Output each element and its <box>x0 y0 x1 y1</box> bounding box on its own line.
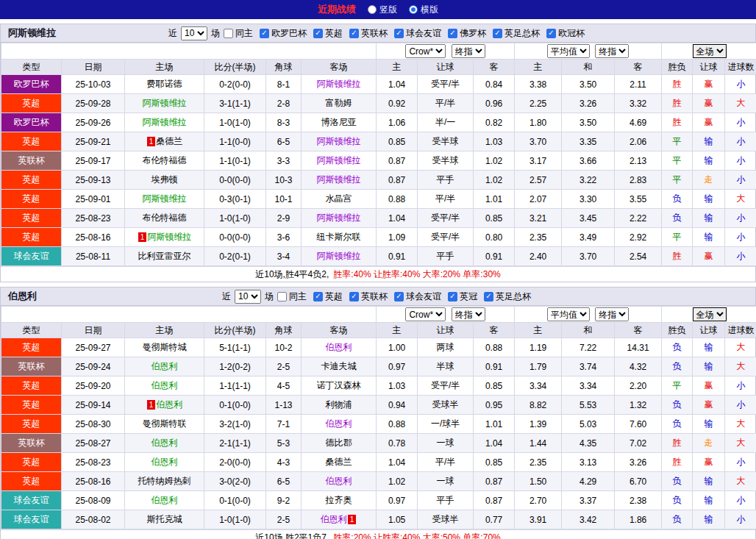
view-option-vertical[interactable]: 竖版 <box>368 4 397 16</box>
bookmaker-select[interactable]: Crow* <box>405 307 446 321</box>
team-name-link[interactable]: 布伦特福德 <box>143 155 187 165</box>
checkbox-checked-icon[interactable] <box>448 292 457 301</box>
team-name-link[interactable]: 曼彻斯特联 <box>143 418 187 429</box>
team-name-link[interactable]: 阿斯顿维拉 <box>317 136 361 146</box>
competition-checkbox[interactable]: 英足总杯 <box>493 27 540 40</box>
score-cell[interactable]: 0-2(0-0) <box>204 75 266 94</box>
team-name-link[interactable]: 布伦特福德 <box>143 213 187 223</box>
checkbox-checked-icon[interactable] <box>260 29 269 38</box>
match-count-select[interactable]: 10 <box>181 26 207 40</box>
team-name-link[interactable]: 诺丁汉森林 <box>317 380 361 390</box>
competition-checkbox[interactable]: 佛罗杯 <box>448 27 486 40</box>
checkbox-checked-icon[interactable] <box>313 29 323 38</box>
team-name-link[interactable]: 伯恩利 <box>321 514 347 524</box>
team-name-link[interactable]: 埃弗顿 <box>151 174 178 185</box>
score-cell[interactable]: 2-0(0-0) <box>204 453 266 472</box>
average-select[interactable]: 平均值 <box>547 44 590 58</box>
competition-checkbox[interactable]: 英冠 <box>448 290 477 303</box>
score-cell[interactable]: 1-1(1-1) <box>204 376 266 396</box>
score-cell[interactable]: 1-1(0-0) <box>204 132 266 151</box>
team-name-link[interactable]: 桑德兰 <box>156 136 182 146</box>
team-name-link[interactable]: 伯恩利 <box>151 495 178 505</box>
team-name-link[interactable]: 比利亚雷亚尔 <box>138 251 191 261</box>
score-cell[interactable]: 3-0(2-0) <box>204 472 266 491</box>
team-name-link[interactable]: 阿斯顿维拉 <box>143 117 187 127</box>
score-cell[interactable]: 5-1(1-1) <box>204 338 266 357</box>
competition-checkbox[interactable]: 英超 <box>313 27 343 40</box>
score-cell[interactable]: 0-2(0-1) <box>204 247 266 266</box>
radio-checked-icon[interactable] <box>409 5 418 14</box>
team-name-link[interactable]: 水晶宫 <box>326 193 352 204</box>
same-home-checkbox[interactable]: 同主 <box>224 27 253 40</box>
team-name-link[interactable]: 阿斯顿维拉 <box>147 232 191 242</box>
team-name-link[interactable]: 伯恩利 <box>326 418 352 429</box>
odds-stage-select-2[interactable]: 终指 <box>595 44 629 58</box>
team-name-link[interactable]: 德比郡 <box>326 438 352 448</box>
score-cell[interactable]: 2-1(1-1) <box>204 434 266 453</box>
team-name-link[interactable]: 阿斯顿维拉 <box>317 251 361 261</box>
team-name-link[interactable]: 阿斯顿维拉 <box>143 193 187 204</box>
team-name-link[interactable]: 利物浦 <box>326 399 352 410</box>
score-cell[interactable]: 0-0(0-0) <box>204 171 266 190</box>
score-cell[interactable]: 0-3(0-1) <box>204 190 266 209</box>
checkbox-checked-icon[interactable] <box>349 292 359 301</box>
team-name-link[interactable]: 伯恩利 <box>151 361 178 371</box>
team-name-link[interactable]: 博洛尼亚 <box>321 117 357 127</box>
competition-checkbox[interactable]: 球会友谊 <box>394 27 441 40</box>
team-name-link[interactable]: 伯恩利 <box>326 342 352 352</box>
odds-stage-select[interactable]: 终指 <box>452 307 485 321</box>
score-cell[interactable]: 1-1(0-1) <box>204 151 266 171</box>
view-option-horizontal[interactable]: 横版 <box>409 4 438 16</box>
checkbox-checked-icon[interactable] <box>484 292 493 301</box>
team-name-link[interactable]: 斯托克城 <box>147 514 182 524</box>
scope-select[interactable]: 全场 <box>693 307 727 321</box>
team-name-link[interactable]: 曼彻斯特城 <box>143 342 187 352</box>
radio-unchecked-icon[interactable] <box>368 5 377 14</box>
competition-checkbox[interactable]: 英足总杯 <box>484 290 531 303</box>
team-name-link[interactable]: 卡迪夫城 <box>321 361 357 371</box>
bookmaker-select[interactable]: Crow* <box>405 44 446 58</box>
score-cell[interactable]: 1-2(0-2) <box>204 357 266 376</box>
score-cell[interactable]: 0-0(0-0) <box>204 228 266 247</box>
checkbox-unchecked-icon[interactable] <box>224 29 233 38</box>
team-name-link[interactable]: 阿斯顿维拉 <box>317 79 361 89</box>
team-name-link[interactable]: 纽卡斯尔联 <box>317 232 361 242</box>
match-count-select[interactable]: 10 <box>235 290 261 304</box>
competition-checkbox[interactable]: 英联杯 <box>349 290 388 303</box>
team-name-link[interactable]: 伯恩利 <box>156 399 182 410</box>
checkbox-checked-icon[interactable] <box>394 29 404 38</box>
same-home-checkbox[interactable]: 同主 <box>277 290 307 303</box>
team-name-link[interactable]: 阿斯顿维拉 <box>317 174 361 185</box>
team-name-link[interactable]: 托特纳姆热刺 <box>138 476 191 486</box>
checkbox-checked-icon[interactable] <box>394 292 404 301</box>
competition-checkbox[interactable]: 英超 <box>313 290 343 303</box>
team-name-link[interactable]: 阿斯顿维拉 <box>317 155 361 165</box>
team-name-link[interactable]: 富勒姆 <box>326 98 352 108</box>
odds-stage-select-2[interactable]: 终指 <box>595 307 629 321</box>
competition-checkbox[interactable]: 球会友谊 <box>394 290 441 303</box>
checkbox-checked-icon[interactable] <box>313 292 323 301</box>
team-name-link[interactable]: 伯恩利 <box>151 457 178 467</box>
checkbox-checked-icon[interactable] <box>349 29 359 38</box>
competition-checkbox[interactable]: 欧冠杯 <box>546 27 585 40</box>
score-cell[interactable]: 0-1(0-0) <box>204 396 266 415</box>
score-cell[interactable]: 1-0(1-0) <box>204 209 266 228</box>
score-cell[interactable]: 0-1(0-0) <box>204 491 266 510</box>
odds-stage-select[interactable]: 终指 <box>452 44 485 58</box>
score-cell[interactable]: 3-1(1-1) <box>204 94 266 113</box>
checkbox-checked-icon[interactable] <box>546 29 556 38</box>
score-cell[interactable]: 1-0(1-0) <box>204 113 266 132</box>
team-name-link[interactable]: 伯恩利 <box>151 380 178 390</box>
score-cell[interactable]: 1-0(1-0) <box>204 510 266 529</box>
checkbox-unchecked-icon[interactable] <box>277 292 287 301</box>
team-name-link[interactable]: 阿斯顿维拉 <box>143 98 187 108</box>
competition-checkbox[interactable]: 英联杯 <box>349 27 388 40</box>
team-name-link[interactable]: 桑德兰 <box>326 457 352 467</box>
checkbox-checked-icon[interactable] <box>493 29 502 38</box>
scope-select[interactable]: 全场 <box>693 44 727 58</box>
team-name-link[interactable]: 伯恩利 <box>326 476 352 486</box>
checkbox-checked-icon[interactable] <box>448 29 457 38</box>
team-name-link[interactable]: 阿斯顿维拉 <box>317 213 361 223</box>
average-select[interactable]: 平均值 <box>547 307 590 321</box>
competition-checkbox[interactable]: 欧罗巴杯 <box>260 27 307 40</box>
